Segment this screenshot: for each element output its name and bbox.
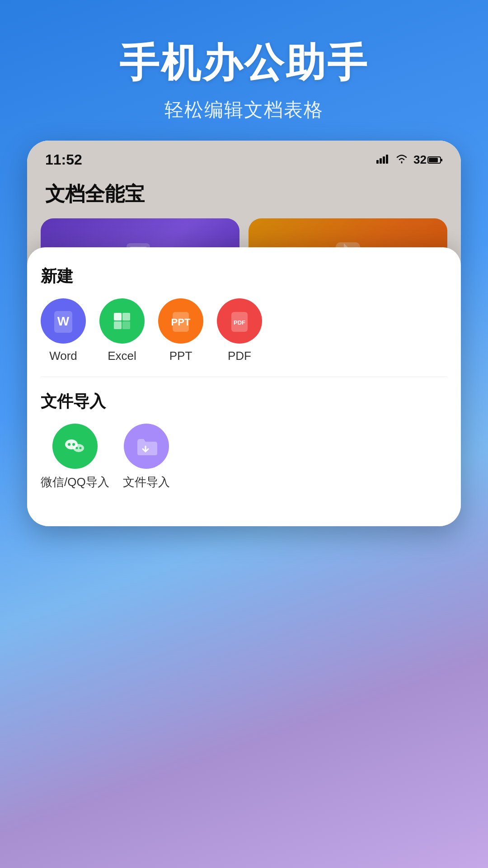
popup-excel[interactable]: Excel [99,298,145,363]
pdf-new-label: PDF [228,349,251,363]
word-icon: W [41,298,86,344]
svg-point-41 [79,447,81,449]
svg-text:PPT: PPT [171,316,191,328]
popup-import-title: 文件导入 [41,391,447,413]
wechat-icon [52,424,98,469]
svg-point-37 [68,443,70,446]
ppt-icon: PPT [158,298,203,344]
popup-new-title: 新建 [41,265,447,288]
app-main-title: 手机办公助手 [0,36,488,90]
svg-text:PDF: PDF [234,319,245,326]
popup-wechat[interactable]: 微信/QQ导入 [41,424,109,490]
popup-ppt[interactable]: PPT PPT [158,298,203,363]
popup-file-import[interactable]: 文件导入 [123,424,170,490]
svg-rect-31 [122,321,130,329]
app-subtitle: 轻松编辑文档表格 [0,97,488,123]
popup-import-section: 文件导入 微信/QQ导入 [41,391,447,490]
folder-icon [124,424,169,469]
word-label: Word [49,349,77,363]
bottom-popup: 新建 W Word [27,247,461,526]
ppt-label: PPT [169,349,192,363]
popup-word[interactable]: W Word [41,298,86,363]
popup-new-icons: W Word Excel [41,298,447,363]
svg-rect-30 [114,321,122,329]
excel-icon [99,298,145,344]
excel-label: Excel [108,349,136,363]
svg-rect-28 [114,313,122,321]
wechat-label: 微信/QQ导入 [41,474,109,490]
popup-pdf[interactable]: PDF PDF [217,298,262,363]
svg-point-39 [73,444,84,452]
svg-point-40 [75,447,78,449]
file-import-label: 文件导入 [123,474,170,490]
popup-import-icons: 微信/QQ导入 文件导入 [41,424,447,490]
pdf-icon: PDF [217,298,262,344]
svg-rect-29 [122,313,130,321]
popup-divider [41,377,447,377]
popup-new-section: 新建 W Word [41,265,447,363]
phone-card: 11:52 32 [27,141,461,526]
header: 手机办公助手 轻松编辑文档表格 [0,0,488,141]
svg-text:W: W [57,314,70,328]
